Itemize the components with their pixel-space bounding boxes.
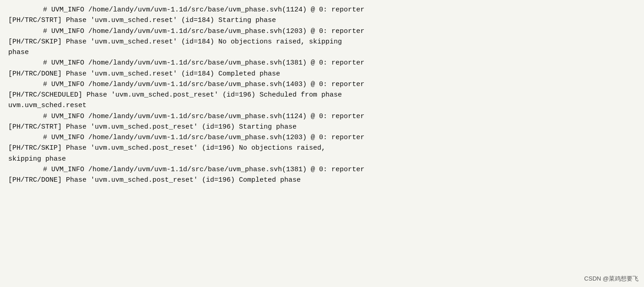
log-line: [PH/TRC/SKIP] Phase 'uvm.uvm_sched.post_… [8,143,636,153]
log-line: # UVM_INFO /home/landy/uvm/uvm-1.1d/src/… [8,58,636,68]
log-line: # UVM_INFO /home/landy/uvm/uvm-1.1d/src/… [8,26,636,37]
log-line: phase [8,47,636,58]
log-line: # UVM_INFO /home/landy/uvm/uvm-1.1d/src/… [8,111,636,122]
log-line: skipping phase [8,154,636,164]
log-line: [PH/TRC/STRT] Phase 'uvm.uvm_sched.post_… [8,122,636,132]
log-line: [PH/TRC/DONE] Phase 'uvm.uvm_sched.post_… [8,175,636,185]
watermark: CSDN @菜鸡想要飞 [584,274,639,283]
log-line: [PH/TRC/DONE] Phase 'uvm.uvm_sched.reset… [8,69,636,79]
log-line: uvm.uvm_sched.reset [8,100,636,111]
log-line: [PH/TRC/SKIP] Phase 'uvm.uvm_sched.reset… [8,37,636,47]
log-line: # UVM_INFO /home/landy/uvm/uvm-1.1d/src/… [8,5,636,15]
log-content: # UVM_INFO /home/landy/uvm/uvm-1.1d/src/… [8,5,636,185]
log-line: [PH/TRC/STRT] Phase 'uvm.uvm_sched.reset… [8,15,636,26]
log-line: # UVM_INFO /home/landy/uvm/uvm-1.1d/src/… [8,164,636,175]
log-line: # UVM_INFO /home/landy/uvm/uvm-1.1d/src/… [8,132,636,143]
terminal-window: # UVM_INFO /home/landy/uvm/uvm-1.1d/src/… [0,0,644,287]
log-line: [PH/TRC/SCHEDULED] Phase 'uvm.uvm_sched.… [8,90,636,100]
log-line: # UVM_INFO /home/landy/uvm/uvm-1.1d/src/… [8,79,636,90]
